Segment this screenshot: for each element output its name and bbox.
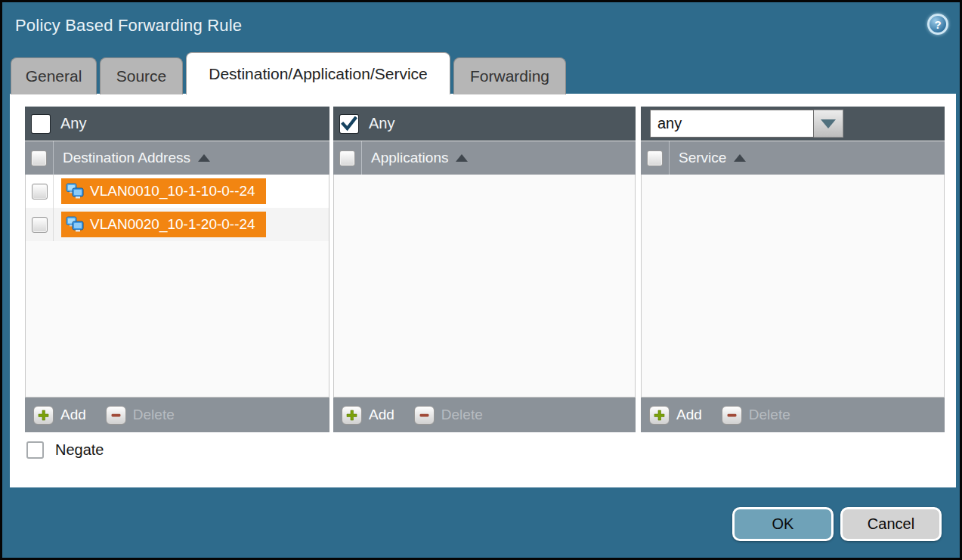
destination-select-all-cell xyxy=(25,141,54,175)
service-header-label: Service xyxy=(679,150,726,166)
service-column: any Service Add xyxy=(641,107,945,432)
applications-header-label: Applications xyxy=(371,150,448,166)
destination-any-checkbox[interactable] xyxy=(32,115,50,133)
service-any-bar: any xyxy=(641,107,945,141)
destination-select-all-checkbox[interactable] xyxy=(31,150,47,166)
address-chip[interactable]: VLAN0020_10-1-20-0--24 xyxy=(61,212,266,237)
delete-destination-button[interactable]: Delete xyxy=(106,406,175,425)
dialog-title: Policy Based Forwarding Rule xyxy=(15,16,242,36)
row-checkbox[interactable] xyxy=(32,184,48,200)
delete-minus-icon xyxy=(414,406,435,425)
destination-address-header[interactable]: Destination Address xyxy=(25,141,329,175)
applications-footer: Add Delete xyxy=(333,398,636,432)
service-list xyxy=(641,175,945,398)
network-address-icon xyxy=(66,216,84,233)
destination-address-column: Any Destination Address xyxy=(25,107,329,432)
tab-source[interactable]: Source xyxy=(100,57,183,94)
row-checkbox-cell xyxy=(26,175,54,208)
tab-forwarding[interactable]: Forwarding xyxy=(453,57,566,94)
checkbox-checked-icon xyxy=(341,116,357,131)
add-plus-icon xyxy=(33,406,54,425)
add-application-button[interactable]: Add xyxy=(342,406,394,425)
delete-application-button[interactable]: Delete xyxy=(414,406,483,425)
row-checkbox-cell xyxy=(26,208,54,241)
delete-service-button[interactable]: Delete xyxy=(722,406,790,425)
negate-option: Negate xyxy=(26,441,104,459)
table-row[interactable]: VLAN0010_10-1-10-0--24 xyxy=(26,175,329,208)
delete-button-label: Delete xyxy=(133,407,175,423)
tab-destination-application-service[interactable]: Destination/Application/Service xyxy=(186,52,450,94)
service-dropdown-button[interactable] xyxy=(814,110,843,138)
tab-content-panel: Any Destination Address xyxy=(10,94,956,487)
ok-button[interactable]: OK xyxy=(732,507,834,541)
address-chip[interactable]: VLAN0010_10-1-10-0--24 xyxy=(61,178,266,204)
applications-any-bar: Any xyxy=(333,107,636,141)
cancel-button[interactable]: Cancel xyxy=(840,507,942,541)
applications-select-all-checkbox[interactable] xyxy=(339,150,355,166)
applications-select-all-cell xyxy=(333,141,362,175)
service-dropdown[interactable]: any xyxy=(650,110,843,138)
add-button-label: Add xyxy=(676,407,702,423)
tab-general[interactable]: General xyxy=(11,57,97,94)
service-select-all-cell xyxy=(641,141,670,175)
service-dropdown-value: any xyxy=(650,110,814,138)
chevron-down-icon xyxy=(821,119,836,128)
negate-checkbox[interactable] xyxy=(26,441,44,459)
destination-any-label: Any xyxy=(60,115,86,132)
add-button-label: Add xyxy=(369,407,394,423)
add-plus-icon xyxy=(649,406,670,425)
sort-ascending-icon xyxy=(734,154,746,162)
address-label: VLAN0010_10-1-10-0--24 xyxy=(90,183,255,200)
applications-any-label: Any xyxy=(369,115,394,132)
tab-label: Forwarding xyxy=(470,67,549,85)
negate-label: Negate xyxy=(55,441,104,459)
tab-bar: General Source Destination/Application/S… xyxy=(11,52,569,94)
tab-label: Destination/Application/Service xyxy=(209,65,428,83)
delete-button-label: Delete xyxy=(749,407,790,423)
delete-minus-icon xyxy=(722,406,742,425)
service-header[interactable]: Service xyxy=(641,141,945,175)
applications-header[interactable]: Applications xyxy=(333,141,636,175)
sort-ascending-icon xyxy=(198,154,210,162)
add-button-label: Add xyxy=(60,407,86,423)
table-row[interactable]: VLAN0020_10-1-20-0--24 xyxy=(26,208,329,241)
destination-address-list: VLAN0010_10-1-10-0--24 xyxy=(25,175,329,398)
address-label: VLAN0020_10-1-20-0--24 xyxy=(90,216,255,233)
applications-any-checkbox[interactable] xyxy=(340,115,358,133)
applications-list xyxy=(333,175,636,398)
tab-label: Source xyxy=(116,67,167,85)
add-destination-button[interactable]: Add xyxy=(33,406,86,425)
policy-based-forwarding-dialog: Policy Based Forwarding Rule ? General S… xyxy=(0,0,962,560)
help-icon[interactable]: ? xyxy=(927,14,948,35)
delete-button-label: Delete xyxy=(441,407,483,423)
destination-any-bar: Any xyxy=(25,107,329,141)
row-checkbox[interactable] xyxy=(32,217,48,233)
add-plus-icon xyxy=(342,406,362,425)
service-select-all-checkbox[interactable] xyxy=(647,150,663,166)
applications-column: Any Applications Add xyxy=(333,107,636,432)
delete-minus-icon xyxy=(106,406,126,425)
service-footer: Add Delete xyxy=(641,398,945,432)
help-question-glyph: ? xyxy=(934,18,941,31)
sort-ascending-icon xyxy=(456,154,468,162)
tab-label: General xyxy=(26,67,82,85)
destination-footer: Add Delete xyxy=(25,398,329,432)
destination-header-label: Destination Address xyxy=(63,150,190,166)
add-service-button[interactable]: Add xyxy=(649,406,702,425)
network-address-icon xyxy=(66,183,84,200)
